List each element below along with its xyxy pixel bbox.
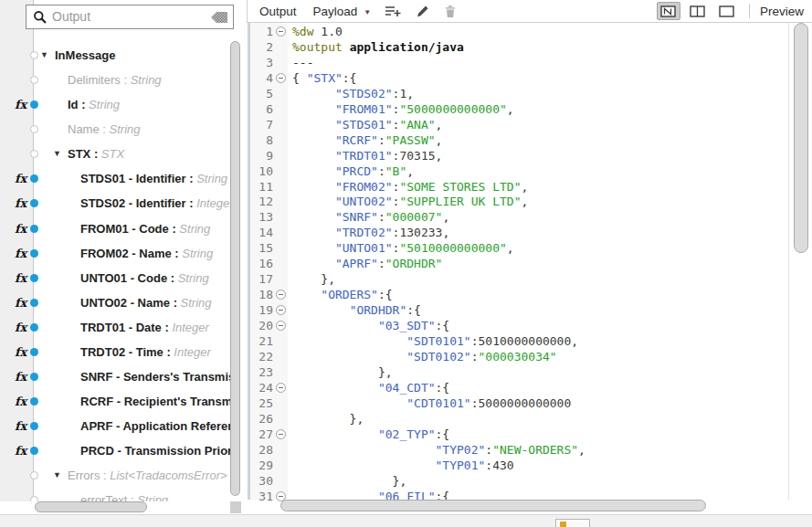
tree-row-trdt02-time[interactable]: fxTRDT02 - Time : Integer — [0, 340, 230, 364]
code-line-23[interactable]: 23 }, — [248, 364, 812, 380]
fold-collapse-icon[interactable] — [276, 429, 286, 439]
fold-collapse-icon[interactable] — [276, 26, 286, 37]
code-line-12[interactable]: 12 "UNTO02":"SUPPLIER UK LTD", — [248, 194, 812, 209]
code-line-11[interactable]: 11 "FROM02":"SOME STORES LTD", — [248, 179, 812, 195]
mapped-field-dot[interactable] — [30, 274, 38, 282]
tree-row-prcd-transmission-priority[interactable]: fxPRCD - Transmission Priority — [0, 438, 230, 463]
code-line-28[interactable]: 28 "TYP02":"NEW-ORDERS", — [248, 442, 812, 458]
tree-row-unto02-name[interactable]: fxUNTO02 - Name : String — [0, 290, 230, 315]
editor-vertical-scrollbar[interactable] — [794, 23, 808, 253]
unmapped-field-ring[interactable] — [30, 471, 38, 480]
unmapped-field-ring[interactable] — [30, 150, 38, 158]
bottom-partial-tab[interactable] — [555, 519, 590, 527]
mapped-field-dot[interactable] — [30, 323, 38, 332]
tree-row-errors[interactable]: ▼Errors : List<TradacomsError> — [0, 463, 230, 488]
code-line-10[interactable]: 10 "PRCD":"B", — [248, 163, 812, 179]
code-line-17[interactable]: 17 }, — [248, 271, 812, 287]
tree-row-snrf-senders-s-transmissi[interactable]: fxSNRF - Senders's Transmissi — [0, 364, 230, 389]
code-line-29[interactable]: 29 "TYP01":430 — [248, 458, 812, 473]
code-line-13[interactable]: 13 "SNRF":"000007", — [248, 209, 812, 225]
tree-row-from02-name[interactable]: fxFROM02 - Name : String — [0, 241, 230, 266]
tree-row-rcrf-recipient-s-transmiss[interactable]: fxRCRF - Recipient's Transmiss — [0, 389, 230, 414]
code-line-4[interactable]: 4{ "STX":{ — [248, 70, 812, 86]
code-line-21[interactable]: 21 "SDT0101":5010000000000, — [248, 333, 812, 349]
tree-search-box[interactable]: Output — [26, 5, 234, 29]
view-mode-split-button[interactable] — [686, 2, 710, 20]
payload-dropdown[interactable]: Payload — [313, 5, 358, 18]
delete-trash-icon[interactable] — [444, 5, 457, 18]
mapped-field-dot[interactable] — [30, 174, 38, 183]
fold-collapse-icon[interactable] — [276, 321, 286, 331]
expand-triangle-icon[interactable]: ▼ — [53, 463, 61, 488]
code-line-25[interactable]: 25 "CDT0101":5000000000000 — [248, 395, 812, 411]
editor-horizontal-scrollbar[interactable] — [280, 500, 706, 511]
code-line-27[interactable]: 27 "02_TYP":{ — [248, 427, 812, 442]
add-transformation-icon[interactable] — [385, 5, 402, 18]
code-line-26[interactable]: 26 }, — [248, 411, 812, 427]
tree-row-errortext[interactable]: errorText : String — [0, 488, 230, 501]
clear-search-icon[interactable] — [210, 11, 228, 27]
chevron-down-icon[interactable]: ▼ — [364, 8, 371, 16]
line-number: 31 — [251, 489, 273, 504]
code-text: "TYP02":"NEW-ORDERS", — [292, 442, 585, 458]
code-line-14[interactable]: 14 "TRDT02":130233, — [248, 225, 812, 240]
mapped-field-dot[interactable] — [30, 397, 38, 406]
mapped-field-dot[interactable] — [30, 249, 38, 258]
code-line-1[interactable]: 1%dw 1.0 — [248, 24, 812, 39]
tree-row-name[interactable]: Name : String — [0, 117, 230, 142]
mapped-field-dot[interactable] — [30, 225, 38, 233]
tree-row-inmessage[interactable]: ▼InMessage — [0, 43, 230, 68]
view-mode-single-button[interactable] — [715, 2, 739, 20]
tree-row-unto01-code[interactable]: fxUNTO01 - Code : String — [0, 266, 230, 290]
code-line-2[interactable]: 2%output application/java — [248, 39, 812, 55]
code-line-22[interactable]: 22 "SDT0102":"000030034" — [248, 349, 812, 364]
code-line-19[interactable]: 19 "ORDHDR":{ — [248, 302, 812, 318]
expand-triangle-icon[interactable]: ▼ — [53, 142, 61, 166]
mapped-field-dot[interactable] — [30, 100, 38, 109]
tree-row-delimiters[interactable]: Delimiters : String — [0, 68, 230, 92]
unmapped-field-ring[interactable] — [30, 76, 38, 84]
tree-row-stx[interactable]: ▼STX : STX — [0, 142, 230, 166]
code-text: "ORDERS":{ — [292, 287, 393, 302]
mapped-field-dot[interactable] — [30, 299, 38, 307]
code-line-5[interactable]: 5 "STDS02":1, — [248, 86, 812, 101]
tree-horizontal-scrollbar[interactable] — [35, 501, 147, 512]
mapped-field-dot[interactable] — [30, 447, 38, 455]
mapped-field-dot[interactable] — [30, 348, 38, 356]
code-line-18[interactable]: 18 "ORDERS":{ — [248, 287, 812, 302]
tree-row-trdt01-date[interactable]: fxTRDT01 - Date : Integer — [0, 315, 230, 340]
tree-vertical-scrollbar[interactable] — [230, 41, 240, 496]
unmapped-field-ring[interactable] — [30, 496, 38, 501]
unmapped-field-ring[interactable] — [30, 125, 38, 133]
fold-collapse-icon[interactable] — [276, 73, 286, 83]
code-line-6[interactable]: 6 "FROM01":"5000000000000", — [248, 101, 812, 117]
code-line-24[interactable]: 24 "04_CDT":{ — [248, 380, 812, 395]
tree-row-id[interactable]: fxId : String — [0, 92, 230, 117]
mapped-field-dot[interactable] — [30, 422, 38, 430]
mapped-field-dot[interactable] — [30, 373, 38, 381]
code-line-3[interactable]: 3--- — [248, 55, 812, 70]
code-text: "UNTO02":"SUPPLIER UK LTD", — [292, 194, 528, 209]
tree-field-type: String — [174, 271, 209, 285]
tree-row-from01-code[interactable]: fxFROM01 - Code : String — [0, 216, 230, 241]
edit-pencil-icon[interactable] — [416, 4, 430, 18]
fold-collapse-icon[interactable] — [276, 290, 286, 300]
tree-row-aprf-application-referenc[interactable]: fxAPRF - Application Referenc — [0, 414, 230, 438]
expand-triangle-icon[interactable]: ▼ — [40, 43, 48, 68]
fold-collapse-icon[interactable] — [276, 305, 286, 315]
code-line-20[interactable]: 20 "03_SDT":{ — [248, 318, 812, 333]
code-line-30[interactable]: 30 }, — [248, 473, 812, 489]
code-line-8[interactable]: 8 "RCRF":"PASSW", — [248, 132, 812, 148]
code-line-9[interactable]: 9 "TRDT01":70315, — [248, 148, 812, 163]
tree-row-stds01-identifier[interactable]: fxSTDS01 - Identifier : String — [0, 166, 230, 191]
dataweave-preview-editor[interactable]: 1%dw 1.02%output application/java3---4{ … — [248, 23, 812, 514]
preview-label[interactable]: Preview — [760, 5, 804, 18]
unmapped-field-ring[interactable] — [30, 51, 38, 59]
tree-row-stds02-identifier[interactable]: fxSTDS02 - Identifier : Integer — [0, 191, 230, 216]
fold-collapse-icon[interactable] — [276, 383, 286, 393]
view-mode-source-tree-button[interactable] — [657, 2, 680, 20]
code-line-7[interactable]: 7 "STDS01":"ANA", — [248, 117, 812, 132]
code-line-16[interactable]: 16 "APRF":"ORDHDR" — [248, 256, 812, 271]
mapped-field-dot[interactable] — [30, 199, 38, 207]
code-line-15[interactable]: 15 "UNTO01":"5010000000000", — [248, 240, 812, 256]
